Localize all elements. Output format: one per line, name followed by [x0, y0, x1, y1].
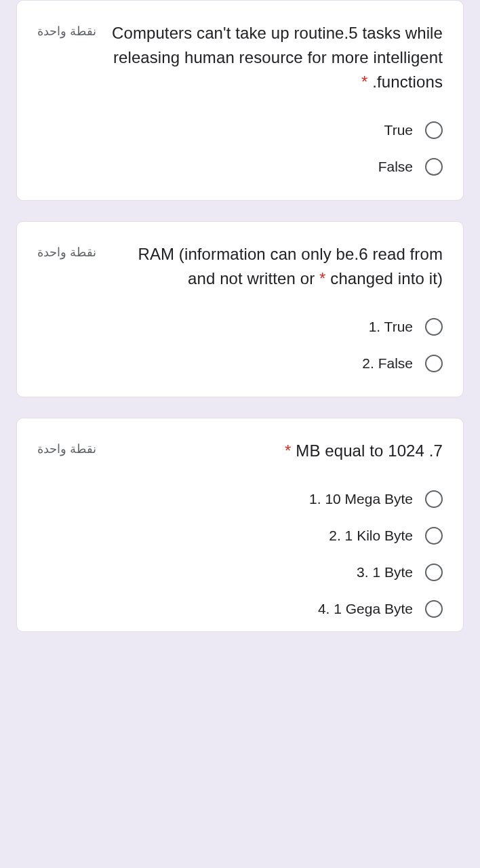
option-true[interactable]: True [37, 121, 443, 139]
options-list: 1. 10 Mega Byte 2. 1 Kilo Byte 3. 1 Byte… [37, 490, 443, 618]
option-label: False [378, 159, 413, 175]
question-card: * MB equal to 1024 .7 نقطة واحدة 1. 10 M… [16, 418, 464, 632]
required-asterisk: * [361, 73, 367, 91]
radio-icon [425, 490, 443, 508]
question-header: * MB equal to 1024 .7 نقطة واحدة [37, 439, 443, 463]
option-label: True [384, 122, 413, 138]
option-10-mega-byte[interactable]: 1. 10 Mega Byte [37, 490, 443, 508]
required-asterisk: * [285, 441, 291, 460]
radio-icon [425, 600, 443, 618]
radio-icon [425, 527, 443, 545]
options-list: True False [37, 121, 443, 176]
radio-icon [425, 121, 443, 139]
radio-icon [425, 318, 443, 336]
option-1-gega-byte[interactable]: 4. 1 Gega Byte [37, 600, 443, 618]
question-text-main: Computers can't take up routine.5 tasks … [112, 24, 443, 66]
option-1-kilo-byte[interactable]: 2. 1 Kilo Byte [37, 527, 443, 545]
option-label: 2. 1 Kilo Byte [329, 528, 413, 544]
option-false[interactable]: False [37, 158, 443, 176]
question-header: Computers can't take up routine.5 tasks … [37, 21, 443, 94]
option-false[interactable]: 2. False [37, 355, 443, 372]
option-label: 1. True [369, 319, 413, 335]
option-label: 1. 10 Mega Byte [309, 491, 413, 507]
required-asterisk: * [319, 269, 325, 288]
radio-icon [425, 355, 443, 372]
points-label: نقطة واحدة [37, 21, 96, 39]
option-label: 2. False [362, 355, 413, 372]
option-label: 4. 1 Gega Byte [318, 601, 413, 617]
question-card: RAM (information can only be.6 read from… [16, 221, 464, 397]
question-card: Computers can't take up routine.5 tasks … [16, 0, 464, 201]
options-list: 1. True 2. False [37, 318, 443, 372]
radio-icon [425, 564, 443, 581]
question-text: * MB equal to 1024 .7 [108, 439, 443, 463]
question-text-suffix: .functions [368, 73, 443, 91]
question-text-suffix: MB equal to 1024 .7 [292, 441, 443, 460]
points-label: نقطة واحدة [37, 242, 96, 260]
option-label: 3. 1 Byte [357, 564, 413, 580]
option-1-byte[interactable]: 3. 1 Byte [37, 564, 443, 581]
radio-icon [425, 158, 443, 176]
question-header: RAM (information can only be.6 read from… [37, 242, 443, 291]
question-text-suffix: changed into it) [326, 269, 443, 288]
question-text: Computers can't take up routine.5 tasks … [108, 21, 443, 94]
points-label: نقطة واحدة [37, 439, 96, 456]
question-text: RAM (information can only be.6 read from… [108, 242, 443, 291]
option-true[interactable]: 1. True [37, 318, 443, 336]
